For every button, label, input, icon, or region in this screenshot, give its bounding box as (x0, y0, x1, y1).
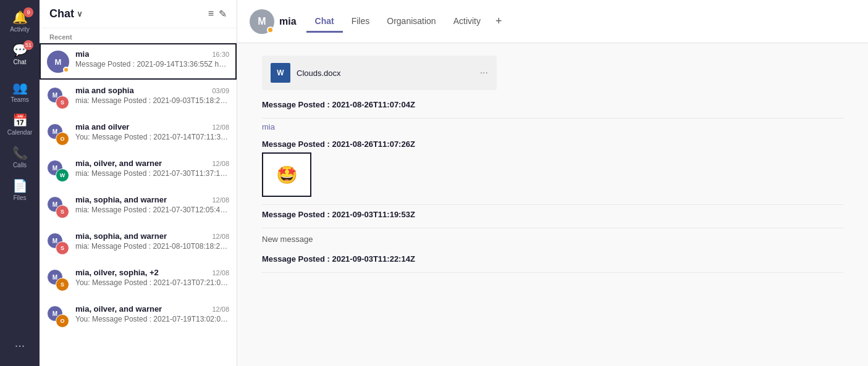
chat-item[interactable]: M mia 16:30 Message Posted : 2021-09-14T… (40, 43, 237, 80)
chat-item-time: 12/08 (212, 196, 229, 204)
chat-item-name: mia (75, 49, 89, 59)
nav-item-teams[interactable]: 👥 Teams (0, 75, 40, 108)
avatar-secondary: S (56, 241, 69, 255)
avatar-multi: M W (47, 160, 69, 182)
chat-user-avatar: M (250, 9, 274, 34)
chat-item-top: mia and oilver 12/08 (75, 122, 229, 131)
chat-item-name: mia, oilver, and warner (75, 159, 162, 168)
chat-item-body: mia 16:30 Message Posted : 2021-09-14T13… (75, 49, 229, 69)
compose-icon[interactable]: ✎ (219, 8, 227, 20)
chat-item-top: mia, oilver, sophia, +2 12/08 (75, 268, 229, 277)
message-emoji-content: 🤩 (262, 152, 311, 197)
chat-item-time: 12/08 (212, 306, 229, 313)
tab-files[interactable]: Files (343, 11, 379, 33)
chat-list-actions: ≡ ✎ (208, 8, 227, 20)
files-icon: 📄 (12, 178, 28, 193)
chat-item[interactable]: M S mia, sophia, and warner 12/08 mia: M… (40, 189, 237, 225)
chat-item-name: mia and oilver (75, 122, 129, 131)
tab-chat[interactable]: Chat (306, 11, 343, 33)
chat-item-name: mia and sophia (75, 86, 134, 95)
chat-item[interactable]: M S mia, sophia, and warner 12/08 mia: M… (40, 225, 237, 262)
tab-activity[interactable]: Activity (445, 11, 489, 33)
avatar-secondary: O (56, 132, 69, 146)
avatar-multi: M S (47, 87, 69, 109)
nav-item-more[interactable]: ··· (0, 333, 40, 359)
file-card: W Clouds.docx ··· (262, 56, 497, 90)
chat-item-name: mia, sophia, and warner (75, 195, 167, 204)
chat-item-preview: mia: Message Posted : 2021-09-03T15:18:2… (75, 96, 229, 105)
activity-badge: 9 (23, 7, 33, 17)
chat-header: M mia Chat Files Organisation Activity + (237, 0, 868, 43)
avatar-multi: M S (47, 269, 69, 291)
message-sender[interactable]: mia (262, 122, 275, 131)
avatar-secondary: S (56, 205, 69, 218)
chat-item[interactable]: M O mia, oilver, and warner 12/08 You: M… (40, 298, 237, 335)
avatar-secondary: S (56, 96, 69, 109)
new-message-block: New message (262, 228, 843, 249)
chat-item-top: mia, oilver, and warner 12/08 (75, 159, 229, 168)
nav-item-files[interactable]: 📄 Files (0, 173, 40, 206)
chat-tabs: Chat Files Organisation Activity (306, 11, 489, 32)
tab-organisation[interactable]: Organisation (378, 11, 444, 33)
nav-item-calendar[interactable]: 📅 Calendar (0, 108, 40, 141)
avatar-secondary: W (56, 168, 69, 182)
message-block: mia (262, 119, 843, 135)
chat-item-body: mia, sophia, and warner 12/08 mia: Messa… (75, 195, 229, 214)
message-timestamp: Message Posted : 2021-09-03T11:22:14Z (262, 254, 843, 264)
avatar-secondary: O (56, 314, 69, 328)
filter-icon[interactable]: ≡ (208, 8, 214, 20)
calls-icon: 📞 (12, 146, 28, 160)
chat-item-time: 12/08 (212, 160, 229, 167)
message-timestamp: Message Posted : 2021-08-26T11:07:04Z (262, 100, 843, 109)
chat-item-time: 12/08 (212, 233, 229, 240)
chat-title-chevron[interactable]: ∨ (77, 9, 83, 19)
chat-item-preview: mia: Message Posted : 2021-08-10T08:18:2… (75, 242, 229, 251)
avatar-multi: M O (47, 123, 69, 146)
chat-item-body: mia, oilver, and warner 12/08 mia: Messa… (75, 159, 229, 178)
chat-item[interactable]: M O mia and oilver 12/08 You: Message Po… (40, 116, 237, 152)
more-icon: ··· (15, 338, 25, 352)
chat-item-preview: mia: Message Posted : 2021-07-30T12:05:4… (75, 206, 229, 214)
message-block: Message Posted : 2021-09-03T11:19:53Z (262, 205, 843, 228)
new-message-label: New message (262, 232, 313, 246)
chat-item-top: mia, sophia, and warner 12/08 (75, 231, 229, 241)
left-nav: 9 🔔 Activity 51 💬 Chat 👥 Teams 📅 Calenda… (0, 0, 40, 366)
chat-item-preview: Message Posted : 2021-09-14T13:36:55Z he… (75, 60, 229, 69)
avatar-secondary: S (56, 278, 69, 291)
chat-content-area: M mia Chat Files Organisation Activity +… (237, 0, 868, 366)
avatar-multi: M O (47, 306, 69, 328)
chat-messages: W Clouds.docx ··· Message Posted : 2021-… (237, 43, 868, 366)
message-block: Message Posted : 2021-08-26T11:07:04Z (262, 95, 843, 119)
nav-item-activity[interactable]: 9 🔔 Activity (0, 5, 40, 38)
chat-badge: 51 (23, 40, 33, 50)
chat-item[interactable]: M W mia, oilver, and warner 12/08 mia: M… (40, 152, 237, 189)
avatar-multi: M S (47, 196, 69, 218)
chat-item-preview: You: Message Posted : 2021-07-19T13:02:0… (75, 315, 229, 323)
user-status-dot (267, 27, 274, 33)
chat-item-time: 12/08 (212, 123, 229, 131)
teams-label: Teams (11, 96, 28, 103)
message-timestamp: Message Posted : 2021-08-26T11:07:26Z (262, 139, 843, 149)
chat-label: Chat (13, 59, 26, 65)
tab-plus-button[interactable]: + (489, 10, 508, 33)
chat-list-title-text: Chat (49, 7, 74, 20)
nav-item-chat[interactable]: 51 💬 Chat (0, 38, 40, 70)
chat-item-top: mia 16:30 (75, 49, 229, 59)
chat-item-body: mia and sophia 03/09 mia: Message Posted… (75, 86, 229, 105)
calendar-label: Calendar (7, 129, 33, 136)
nav-item-calls[interactable]: 📞 Calls (0, 141, 40, 173)
avatar: M (47, 51, 69, 73)
chat-item[interactable]: M S mia, oilver, sophia, +2 12/08 You: M… (40, 262, 237, 298)
chat-item-top: mia, sophia, and warner 12/08 (75, 195, 229, 204)
file-more-button[interactable]: ··· (480, 67, 488, 78)
chat-item[interactable]: M S mia and sophia 03/09 mia: Message Po… (40, 80, 237, 116)
files-label: Files (13, 194, 26, 201)
chat-item-top: mia, oilver, and warner 12/08 (75, 304, 229, 314)
chat-user-initial: M (258, 16, 266, 27)
avatar-multi: M S (47, 233, 69, 255)
chat-item-body: mia and oilver 12/08 You: Message Posted… (75, 122, 229, 141)
chat-list-title: Chat ∨ (49, 7, 83, 20)
message-block: Message Posted : 2021-09-03T11:22:14Z (262, 249, 843, 273)
chat-item-name: mia, sophia, and warner (75, 231, 167, 241)
chat-item-body: mia, sophia, and warner 12/08 mia: Messa… (75, 231, 229, 251)
